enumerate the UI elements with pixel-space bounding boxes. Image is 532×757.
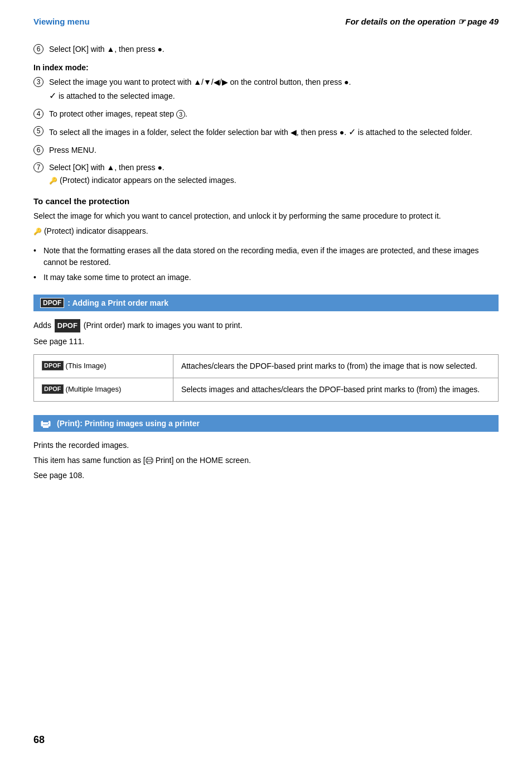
bullet-text-1: Note that the formatting erases all the … <box>43 245 499 268</box>
page-number: 68 <box>33 734 45 746</box>
step-num-6-idx: 6 <box>33 145 43 155</box>
cancel-heading: To cancel the protection <box>33 196 499 206</box>
index-step-6: 6 Press MENU. <box>33 144 499 156</box>
index-mode-label: In index mode: <box>33 63 499 72</box>
table-label-2-text: (Multiple Images) <box>66 384 122 395</box>
index-step-3-sub: is attached to the selected image. <box>59 90 175 102</box>
step-6-single: 6 Select [OK] with ▲, then press ●. <box>33 44 499 55</box>
bullet-text-2: It may take some time to protect an imag… <box>43 272 191 283</box>
index-step-6-text: Press MENU. <box>49 146 96 155</box>
svg-rect-1 <box>43 420 49 422</box>
print-inline-icon <box>146 457 153 464</box>
tri-left-icon <box>214 78 220 86</box>
index-step-7-text: Select [OK] with , then press . <box>49 163 165 172</box>
protect-icon-inline: 🔑 <box>49 176 57 186</box>
filled-circle-icon <box>344 78 349 86</box>
triangle-down-icon <box>204 78 211 86</box>
bullet-dot-1: • <box>33 245 40 257</box>
print-section-title: (Print): Printing images using a printer <box>57 419 200 428</box>
table-row-2: DPOF (Multiple Images) Selects images an… <box>34 378 499 401</box>
print-section-header: (Print): Printing images using a printer <box>33 415 499 432</box>
cancel-body: Select the image for which you want to c… <box>33 210 499 222</box>
table-label-1-text: (This Image) <box>66 360 107 372</box>
table-cell-label-2: DPOF (Multiple Images) <box>34 378 173 401</box>
print-body-3: See page 108. <box>33 470 499 481</box>
cancel-sub: 🔑 (Protect) indicator disappears. <box>33 225 499 237</box>
dpof-section-title: : Adding a Print order mark <box>67 298 168 307</box>
step-num-6: 6 <box>33 44 43 54</box>
index-step-5-text: To select all the images in a folder, se… <box>49 128 472 137</box>
section-title: Viewing menu <box>33 17 90 26</box>
notes-list: • Note that the formatting erases all th… <box>33 245 499 283</box>
triangle-up-icon-2 <box>107 163 114 172</box>
svg-rect-3 <box>43 425 49 428</box>
dpof-table: DPOF (This Image) Attaches/clears the DP… <box>33 354 499 402</box>
dpof-small-badge-2: DPOF <box>42 384 64 394</box>
filled-circle-icon-3 <box>157 163 162 172</box>
cancel-sub-text: (Protect) indicator disappears. <box>44 226 148 235</box>
step-num-4-idx: 4 <box>33 109 43 119</box>
page-reference: For details on the operation ☞ page 49 <box>345 17 499 27</box>
index-step-4-text: To protect other images, repeat step 3. <box>49 109 187 118</box>
filled-circle-icon-2 <box>340 128 344 137</box>
table-cell-desc-2: Selects images and attaches/clears the D… <box>173 378 498 401</box>
tri-left-icon-2 <box>291 128 297 137</box>
index-step-5: 5 To select all the images in a folder, … <box>33 126 499 139</box>
bullet-dot-2: • <box>33 272 40 283</box>
tri-right-icon <box>222 78 228 86</box>
print-icon <box>40 418 51 428</box>
svg-point-4 <box>48 423 49 424</box>
dpof-small-badge-1: DPOF <box>42 361 64 370</box>
dpof-inline-badge: DPOF <box>55 319 80 332</box>
step-num-7-idx: 7 <box>33 162 43 172</box>
check-icon: ✓ <box>49 89 56 103</box>
index-steps-list: 3 Select the image you want to protect w… <box>33 76 499 186</box>
bullet-item-2: • It may take some time to protect an im… <box>33 272 499 283</box>
svg-rect-7 <box>147 461 152 464</box>
bullet-item-1: • Note that the formatting erases all th… <box>33 245 499 268</box>
step-num-3-idx: 3 <box>33 77 43 87</box>
step-6-text: Select [OK] with ▲, then press ●. <box>49 44 499 55</box>
step-num-5-idx: 5 <box>33 126 43 136</box>
index-step-4: 4 To protect other images, repeat step 3… <box>33 108 499 120</box>
index-step-3-text: Select the image you want to protect wit… <box>49 78 351 86</box>
table-row-1: DPOF (This Image) Attaches/clears the DP… <box>34 354 499 378</box>
table-cell-desc-1: Attaches/clears the DPOF-based print mar… <box>173 354 498 378</box>
print-body-2: This item has same function as [ Print] … <box>33 455 499 466</box>
index-step-3: 3 Select the image you want to protect w… <box>33 76 499 103</box>
svg-rect-6 <box>147 457 152 460</box>
index-step-7-sub: (Protect) indicator appears on the selec… <box>60 175 236 186</box>
table-cell-label-1: DPOF (This Image) <box>34 354 173 378</box>
dpof-badge: DPOF <box>40 298 64 308</box>
dpof-section-header: DPOF : Adding a Print order mark <box>33 295 499 311</box>
print-body-1: Prints the recorded images. <box>33 440 499 451</box>
dpof-body-1: Adds DPOF (Print order) mark to images y… <box>33 319 499 332</box>
triangle-up-icon <box>194 78 201 86</box>
dpof-body-2: See page 111. <box>33 336 499 348</box>
page-header: Viewing menu For details on the operatio… <box>33 17 499 27</box>
protect-key-icon: 🔑 <box>33 228 42 235</box>
index-step-7: 7 Select [OK] with , then press . 🔑 (Pro… <box>33 162 499 186</box>
